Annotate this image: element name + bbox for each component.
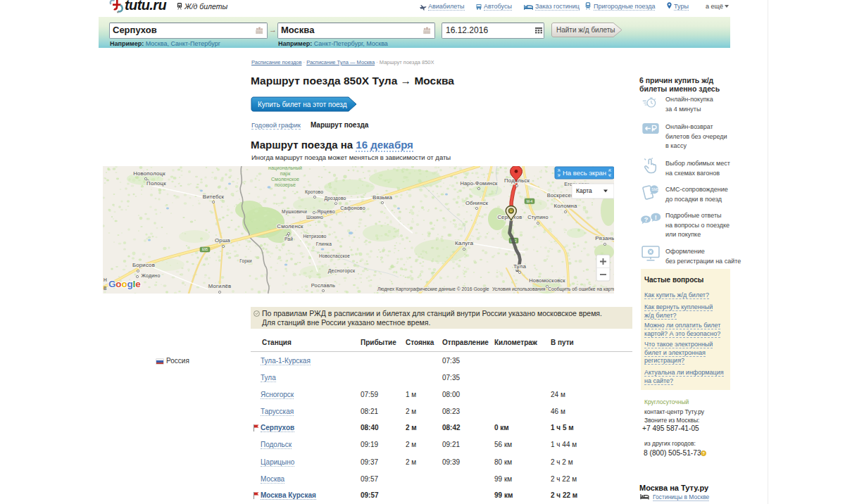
svg-text:национальный: национальный [268, 166, 302, 171]
svg-text:Условия использования: Условия использования [492, 286, 546, 291]
svg-text:парк: парк [280, 171, 292, 177]
svg-text:Коломна: Коломна [553, 203, 577, 209]
svg-text:E95: E95 [202, 248, 208, 251]
svg-text:Нетризово: Нетризово [303, 234, 326, 239]
svg-text:Сообщить об ошибке на карте: Сообщить об ошибке на карте [548, 286, 614, 292]
svg-text:Дроздово: Дроздово [325, 196, 346, 201]
svg-text:Новополоцк: Новополоцк [133, 170, 165, 177]
svg-text:Десногорск: Десногорск [328, 268, 356, 274]
svg-text:Вязьма: Вязьма [373, 194, 392, 201]
svg-text:поозерье: поозерье [275, 182, 296, 188]
svg-text:Кротово: Кротово [305, 189, 323, 195]
svg-text:Рославль: Рославль [311, 282, 335, 289]
svg-text:Жодино: Жодино [141, 273, 160, 279]
svg-text:G: G [108, 279, 116, 289]
svg-text:Тула: Тула [513, 263, 527, 270]
svg-text:SMS: SMS [651, 187, 660, 191]
svg-text:Купить билет на этот поезд: Купить билет на этот поезд [258, 101, 347, 108]
svg-text:M-4: M-4 [527, 199, 533, 203]
svg-text:Рязань: Рязань [595, 235, 614, 241]
svg-text:Могилёв: Могилёв [208, 283, 232, 289]
svg-text:Полоцк: Полоцк [146, 180, 166, 187]
svg-text:Новоспасское: Новоспасское [319, 253, 350, 258]
svg-text:Сафоново: Сафоново [340, 206, 365, 211]
svg-text:Рай: Рай [284, 237, 293, 241]
svg-text:Найти ж/д билеты: Найти ж/д билеты [556, 26, 615, 34]
svg-text:Наро-Фоминск: Наро-Фоминск [460, 180, 498, 187]
svg-text:На весь экран: На весь экран [563, 169, 606, 177]
svg-text:Смоленское: Смоленское [271, 177, 299, 182]
svg-text:Ступино: Ступино [527, 214, 548, 220]
svg-text:Обнинск: Обнинск [465, 200, 489, 206]
svg-text:!: ! [655, 214, 657, 221]
svg-text:Горки: Горки [239, 258, 252, 264]
svg-text:e: e [135, 279, 141, 289]
svg-text:Смоленск: Смоленск [277, 223, 303, 229]
svg-text:Люднех Картографические данные: Люднех Картографические данные © 2016 Go… [377, 286, 489, 292]
svg-text:Витебск: Витебск [203, 194, 225, 200]
svg-text:o: o [115, 279, 121, 289]
svg-text:Калуга: Калуга [455, 240, 474, 246]
svg-text:Орша: Орша [215, 237, 230, 244]
svg-text:g: g [127, 279, 133, 289]
svg-text:Глинка: Глинка [316, 241, 332, 246]
svg-text:Воскресен: Воскресен [547, 192, 574, 199]
svg-text:Борисов: Борисов [132, 262, 155, 268]
svg-text:?: ? [644, 216, 649, 223]
svg-text:Ярцево: Ярцево [317, 209, 335, 215]
svg-text:?: ? [702, 451, 704, 455]
svg-text:Н: Н [104, 277, 107, 282]
svg-text:Мушковичи: Мушковичи [282, 209, 307, 215]
svg-text:o: o [121, 279, 127, 289]
svg-text:Новомосковск: Новомосковск [529, 277, 565, 284]
svg-text:Шокино: Шокино [306, 215, 323, 220]
svg-text:Карта: Карта [576, 187, 592, 194]
svg-text:В: В [104, 286, 106, 291]
